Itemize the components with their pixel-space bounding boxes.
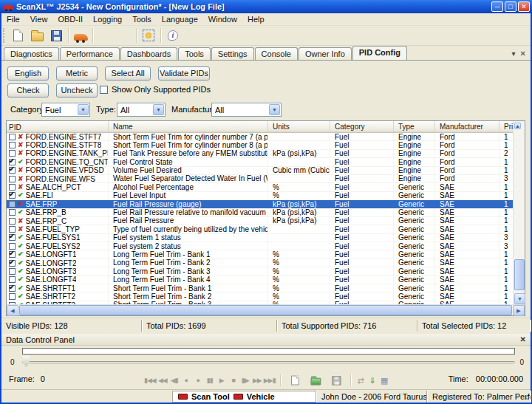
menu-obd-ii[interactable]: OBD-II: [52, 14, 88, 24]
row-checkbox[interactable]: [9, 201, 16, 208]
skip-start-button[interactable]: ▮◀◀: [144, 374, 156, 386]
row-checkbox[interactable]: [9, 184, 16, 191]
close-button[interactable]: ✕: [518, 1, 530, 12]
row-checkbox[interactable]: [9, 293, 16, 300]
step-back-button[interactable]: ◀▮: [169, 374, 180, 386]
tab-owner-info[interactable]: Owner Info: [299, 47, 352, 60]
horizontal-scrollbar[interactable]: ◀ ▶: [7, 304, 525, 315]
column-header-pid[interactable]: PID: [7, 121, 109, 132]
chevron-down-icon[interactable]: ▼: [78, 104, 89, 115]
column-header-prior[interactable]: Prior: [499, 121, 514, 132]
check-button[interactable]: Check: [7, 83, 49, 97]
row-checkbox[interactable]: [9, 192, 16, 199]
column-header-name[interactable]: Name: [109, 121, 268, 132]
play-button[interactable]: ▶: [216, 374, 227, 386]
row-checkbox[interactable]: [9, 276, 16, 283]
row-checkbox[interactable]: [9, 243, 16, 250]
table-row[interactable]: ✔ SAE.SHRTFT2 Short Term Fuel Trim - Ban…: [7, 292, 513, 301]
connect-button[interactable]: [95, 27, 115, 44]
row-checkbox[interactable]: [9, 209, 16, 216]
column-header-category[interactable]: Category: [330, 121, 394, 132]
horizontal-scroll-thumb[interactable]: [19, 305, 512, 315]
row-checkbox[interactable]: [9, 260, 16, 267]
toolbar-grip[interactable]: [3, 28, 6, 43]
validate-pids-button[interactable]: Validate PIDs: [158, 66, 210, 81]
scroll-down-icon[interactable]: ▼: [514, 293, 525, 304]
category-dropdown[interactable]: Fuel ▼: [41, 103, 90, 117]
manufacturer-dropdown[interactable]: All ▼: [211, 103, 282, 117]
frame-slider[interactable]: [22, 361, 515, 363]
stop-button[interactable]: ■: [228, 374, 239, 386]
table-row[interactable]: ✘ SAE.ALCH_PCT Alcohol Fuel Percentage %…: [7, 183, 513, 191]
table-row[interactable]: ✘ SAE.FUEL_TYP Type of fuel currently be…: [7, 225, 513, 233]
row-checkbox[interactable]: [9, 176, 16, 182]
panel-close-icon[interactable]: ✕: [520, 335, 526, 343]
record-idle-button[interactable]: ●: [181, 374, 191, 386]
table-row[interactable]: ✔ SAE.FUELSYS1 Fuel system 1 status Fuel…: [7, 234, 513, 242]
frame-slider-thumb[interactable]: [23, 356, 30, 367]
table-row[interactable]: ✘ SAE.FRP Fuel Rail Pressure (gauge) kPa…: [7, 200, 513, 208]
row-checkbox[interactable]: [9, 285, 16, 292]
table-row[interactable]: ✔ SAE.FRP_B Fuel Rail Pressure relative …: [7, 209, 513, 217]
row-checkbox[interactable]: [9, 159, 16, 165]
skip-end-button[interactable]: ▶▶▮: [264, 374, 276, 386]
column-header-manufacturer[interactable]: Manufacturer: [435, 121, 499, 132]
tab-performance[interactable]: Performance: [60, 47, 120, 60]
vertical-scroll-thumb[interactable]: [514, 259, 525, 290]
new-config-button[interactable]: [8, 27, 27, 44]
row-checkbox[interactable]: [9, 134, 16, 140]
fast-forward-button[interactable]: ▶▶: [252, 374, 262, 386]
tab-console[interactable]: Console: [255, 47, 298, 60]
table-row[interactable]: ✘ FORD.ENGINE.TANK_PRES Fuel Tank Pressu…: [7, 150, 513, 158]
title-bar[interactable]: ScanXL™ J2534 - New Configuration* - [Ne…: [0, 0, 532, 13]
menu-tools[interactable]: Tools: [127, 14, 157, 24]
minimize-button[interactable]: ─: [491, 1, 503, 12]
row-checkbox[interactable]: [9, 167, 16, 174]
table-row[interactable]: ✘ FORD.ENGINE.STFT7 Short Term Fuel Trim…: [7, 133, 513, 141]
vehicle-manager-button[interactable]: [71, 27, 90, 44]
table-row[interactable]: ✔ FORD.ENGINE.TQ_CNTL Fuel Control State…: [7, 158, 513, 166]
menu-language[interactable]: Language: [157, 14, 203, 24]
row-checkbox[interactable]: [9, 150, 16, 157]
table-row[interactable]: ✔ SAE.LONGFT2 Long Term Fuel Trim - Bank…: [7, 259, 513, 267]
menu-view[interactable]: View: [25, 14, 53, 24]
table-row[interactable]: ✔ SAE.LONGFT1 Long Term Fuel Trim - Bank…: [7, 250, 513, 259]
select-all-button[interactable]: Select All: [105, 66, 151, 81]
menu-help[interactable]: Help: [242, 14, 270, 24]
scroll-right-icon[interactable]: ▶: [513, 305, 525, 316]
row-checkbox[interactable]: [9, 218, 16, 225]
save-config-button[interactable]: [47, 27, 66, 44]
row-checkbox[interactable]: [9, 234, 16, 241]
tab-pid-config[interactable]: PID Config: [352, 46, 407, 60]
chevron-down-icon[interactable]: ▼: [153, 104, 164, 115]
row-checkbox[interactable]: [9, 251, 16, 258]
resize-grip[interactable]: [521, 393, 528, 400]
uncheck-button[interactable]: Uncheck: [56, 83, 98, 97]
export-data-button[interactable]: ⇓: [367, 374, 378, 386]
new-log-button[interactable]: [287, 373, 302, 387]
chevron-down-icon[interactable]: ▼: [269, 104, 280, 115]
tab-close-icon[interactable]: ✕: [520, 49, 526, 58]
data-grid-button[interactable]: ▦: [379, 374, 389, 386]
tab-tools[interactable]: Tools: [178, 47, 211, 60]
table-row[interactable]: ✔ SAE.LONGFT4 Long Term Fuel Trim - Bank…: [7, 276, 513, 284]
maximize-button[interactable]: □: [505, 1, 516, 12]
menu-file[interactable]: File: [1, 14, 25, 24]
english-button[interactable]: English: [7, 66, 49, 81]
table-row[interactable]: ✔ SAE.SHRTFT1 Short Term Fuel Trim - Ban…: [7, 284, 513, 292]
scroll-up-icon[interactable]: ▲: [514, 123, 521, 129]
save-log-button[interactable]: [328, 373, 344, 387]
about-button[interactable]: i: [163, 27, 183, 44]
disconnect-button[interactable]: [115, 27, 134, 44]
tab-settings[interactable]: Settings: [211, 47, 254, 60]
table-row[interactable]: ✘ FORD.ENGINE.VFDSD Volume Fuel Desired …: [7, 167, 513, 175]
step-forward-button[interactable]: ▮▶: [240, 374, 250, 386]
column-header-units[interactable]: Units: [268, 121, 330, 132]
table-row[interactable]: ✔ SAE.FLI Fuel Level Input % Fuel Generi…: [7, 192, 513, 200]
row-checkbox[interactable]: [9, 142, 16, 148]
convert-log-button[interactable]: ⇄: [355, 374, 366, 386]
menu-window[interactable]: Window: [203, 14, 242, 24]
pause-button[interactable]: ▮▮: [205, 374, 215, 386]
table-row[interactable]: ✘ FORD.ENGINE.STFT8 Short Term Fuel Trim…: [7, 141, 513, 149]
row-checkbox[interactable]: [9, 226, 16, 233]
